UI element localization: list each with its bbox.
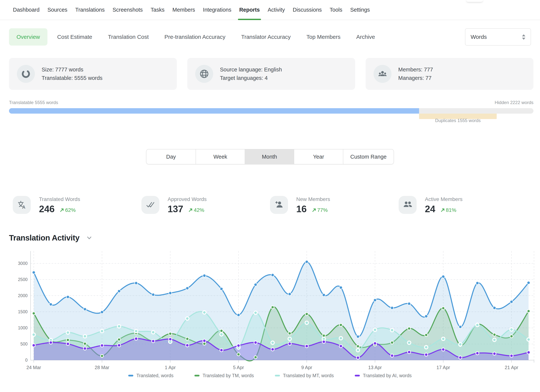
chevron-down-icon[interactable]	[85, 234, 93, 242]
nav-item-sources[interactable]: Sources	[44, 0, 71, 20]
translate-icon: A	[13, 196, 31, 214]
svg-text:1500: 1500	[18, 309, 28, 314]
stat-label: Approved Words	[168, 196, 207, 202]
report-tab-cost-estimate[interactable]: Cost Estimate	[57, 34, 92, 40]
svg-text:21 Apr: 21 Apr	[505, 365, 518, 370]
card-size-line2: Translatable: 5555 words	[42, 74, 103, 82]
card-size-line1: Size: 7777 words	[42, 65, 103, 74]
svg-text:9 Apr: 9 Apr	[301, 365, 312, 370]
legend-item[interactable]: Translated by MT, words	[275, 373, 334, 378]
translation-activity-chart: 05001000150020002500300024 Mar28 Mar1 Ap…	[0, 249, 540, 378]
card-members-line1: Members: 777	[398, 65, 433, 74]
globe-icon	[195, 65, 213, 83]
stat-delta: 81%	[440, 207, 456, 213]
report-tab-translation-cost[interactable]: Translation Cost	[108, 34, 149, 40]
legend-item[interactable]: Translated by TM, words	[195, 373, 254, 378]
stat-new-members: New Members 16 77%	[270, 196, 399, 214]
trend-up-icon	[312, 208, 316, 213]
range-button-week[interactable]: Week	[195, 149, 245, 164]
legend-item[interactable]: Translated, words	[128, 373, 173, 378]
svg-text:1000: 1000	[18, 325, 28, 330]
nav-item-screenshots[interactable]: Screenshots	[109, 0, 147, 20]
stat-active-members: Active Members 24 81%	[399, 196, 527, 214]
svg-text:3000: 3000	[18, 261, 28, 266]
report-tab-overview[interactable]: Overview	[9, 28, 47, 45]
translatable-label: Translatable 5555 words	[9, 100, 58, 105]
person-add-icon	[270, 196, 288, 214]
activity-title: Translation Activity	[9, 233, 80, 242]
chart-legend: Translated, wordsTranslated by TM, words…	[0, 373, 540, 378]
unit-select[interactable]: Words	[465, 28, 531, 45]
range-button-custom-range[interactable]: Custom Range	[343, 149, 394, 164]
legend-swatch	[355, 375, 360, 377]
range-button-day[interactable]: Day	[146, 149, 195, 164]
stat-label: Active Members	[425, 196, 463, 202]
nav-item-translations[interactable]: Translations	[71, 0, 109, 20]
nav-item-settings[interactable]: Settings	[346, 0, 374, 20]
stat-value: 246	[39, 204, 55, 214]
stat-delta: 77%	[312, 207, 328, 213]
report-tab-archive[interactable]: Archive	[356, 34, 375, 40]
top-nav: DashboardSourcesTranslationsScreenshotsT…	[0, 0, 540, 20]
summary-card-languages: Source language: English Target language…	[187, 58, 355, 90]
svg-text:A: A	[22, 204, 25, 210]
range-button-group: DayWeekMonthYearCustom Range	[146, 149, 394, 164]
progress-track	[9, 108, 533, 114]
nav-item-dashboard[interactable]: Dashboard	[9, 0, 44, 20]
stat-value: 137	[168, 204, 183, 214]
report-tab-top-members[interactable]: Top Members	[306, 34, 340, 40]
trend-up-icon	[60, 208, 64, 213]
trend-up-icon	[440, 208, 445, 213]
legend-label: Translated by AI, words	[363, 373, 412, 378]
chart-svg: 05001000150020002500300024 Mar28 Mar1 Ap…	[0, 249, 540, 371]
nav-item-integrations[interactable]: Integrations	[199, 0, 235, 20]
legend-item[interactable]: Translated by AI, words	[355, 373, 412, 378]
stat-delta: 42%	[188, 207, 204, 213]
words-progress: Translatable 5555 words Hidden 2222 word…	[9, 100, 533, 128]
svg-text:2000: 2000	[18, 293, 28, 298]
kpi-stats: A Translated Words 246 62% Approved Word…	[13, 196, 527, 214]
nav-item-tools[interactable]: Tools	[326, 0, 346, 20]
stat-value: 24	[425, 204, 435, 214]
range-button-year[interactable]: Year	[294, 149, 343, 164]
chart-plot: 05001000150020002500300024 Mar28 Mar1 Ap…	[0, 249, 540, 372]
cutoff-popup	[466, 0, 483, 2]
legend-swatch	[195, 375, 200, 377]
double-check-icon	[141, 196, 159, 214]
report-tabs: OverviewCost EstimateTranslation CostPre…	[9, 28, 531, 45]
members-icon	[374, 65, 391, 83]
unit-select-value: Words	[471, 34, 487, 40]
hidden-label: Hidden 2222 words	[495, 100, 533, 105]
nav-item-activity[interactable]: Activity	[264, 0, 289, 20]
report-tab-translator-accuracy[interactable]: Translator Accuracy	[241, 34, 291, 40]
trend-up-icon	[188, 208, 193, 213]
legend-label: Translated by TM, words	[202, 373, 254, 378]
summary-card-members: Members: 777 Managers: 77	[366, 58, 533, 90]
nav-item-discussions[interactable]: Discussions	[289, 0, 326, 20]
card-members-line2: Managers: 77	[398, 74, 433, 82]
range-button-month[interactable]: Month	[245, 149, 294, 164]
stat-delta: 62%	[60, 207, 75, 213]
nav-item-members[interactable]: Members	[169, 0, 199, 20]
report-tab-pre-translation-accuracy[interactable]: Pre-translation Accuracy	[165, 34, 225, 40]
svg-text:24 Mar: 24 Mar	[26, 365, 41, 370]
duplicates-label: Duplicates 1555 words	[435, 118, 481, 123]
legend-swatch	[128, 375, 133, 377]
card-languages-line1: Source language: English	[220, 65, 282, 74]
svg-text:17 Apr: 17 Apr	[436, 365, 450, 370]
stat-value: 16	[296, 204, 307, 214]
card-languages-line2: Target languages: 4	[220, 74, 282, 82]
progress-ring-icon	[17, 65, 35, 83]
people-icon	[399, 196, 417, 214]
nav-item-reports[interactable]: Reports	[235, 0, 264, 20]
summary-cards: Size: 7777 words Translatable: 5555 word…	[9, 58, 533, 90]
svg-text:13 Apr: 13 Apr	[368, 365, 382, 370]
stat-label: New Members	[296, 196, 330, 202]
stat-translated-words: A Translated Words 246 62%	[13, 196, 141, 214]
report-tabs-list: OverviewCost EstimateTranslation CostPre…	[9, 28, 383, 45]
legend-label: Translated, words	[136, 373, 173, 378]
sort-arrows-icon	[522, 34, 525, 40]
nav-item-tasks[interactable]: Tasks	[147, 0, 168, 20]
stat-label: Translated Words	[39, 196, 80, 202]
svg-text:5 Apr: 5 Apr	[233, 365, 244, 370]
